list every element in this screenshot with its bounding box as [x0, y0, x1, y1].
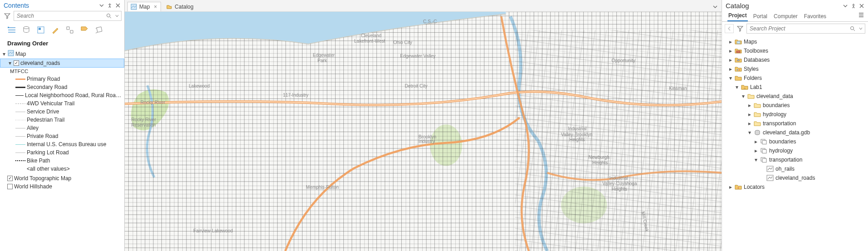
catalog-node-lab1[interactable]: ▾ Lab1 — [722, 83, 868, 92]
list-by-drawing-order-icon[interactable] — [5, 24, 18, 36]
search-dropdown-icon[interactable] — [113, 14, 121, 18]
catalog-node-boundaries-folder[interactable]: ▸ boundaries — [722, 101, 868, 110]
legend-item[interactable]: Parking Lot Road — [0, 148, 124, 157]
search-dropdown-icon[interactable] — [857, 27, 865, 30]
map-view[interactable]: Lakewood Rocky River Rocky River Reserva… — [125, 12, 722, 251]
pin-icon[interactable] — [850, 2, 857, 10]
close-icon[interactable] — [858, 2, 865, 10]
list-by-snapping-icon[interactable] — [63, 24, 76, 36]
list-by-source-icon[interactable] — [20, 24, 33, 36]
catalog-search-input[interactable] — [747, 25, 848, 33]
contents-search-input[interactable] — [14, 12, 105, 20]
node-label: Folders — [744, 74, 762, 82]
catalog-tab-project[interactable]: Project — [727, 11, 748, 21]
expand-icon[interactable]: ▸ — [728, 47, 733, 55]
app-root: Contents — [0, 0, 868, 251]
svg-text:Newburgh: Newburgh — [589, 155, 610, 160]
catalog-search-box — [746, 24, 865, 34]
catalog-node-cleveland-data[interactable]: ▾ cleveland_data — [722, 92, 868, 101]
expand-icon[interactable]: ▸ — [728, 65, 733, 73]
legend-item[interactable]: Secondary Road — [0, 83, 124, 91]
svg-point-44 — [739, 69, 740, 71]
catalog-node-cleveland-gdb[interactable]: ▾ cleveland_data.gdb — [722, 128, 868, 137]
collapse-icon[interactable]: ▾ — [741, 93, 746, 100]
svg-rect-53 — [767, 175, 773, 181]
layer-row-cleveland-roads[interactable]: ▾ cleveland_roads — [0, 59, 124, 68]
legend-item[interactable]: Primary Road — [0, 75, 124, 83]
collapse-icon[interactable]: ▾ — [747, 129, 752, 137]
list-by-perspective-icon[interactable] — [93, 24, 105, 36]
catalog-node-maps[interactable]: ▸ Maps — [722, 37, 868, 46]
node-label: boundaries — [769, 138, 796, 146]
list-by-labeling-icon[interactable] — [78, 24, 91, 36]
expand-icon[interactable]: ▸ — [728, 38, 733, 46]
legend-item[interactable]: Alley — [0, 124, 124, 132]
catalog-node-toolboxes[interactable]: ▸ Toolboxes — [722, 46, 868, 55]
map-group-row[interactable]: ▾ Map — [0, 49, 124, 59]
menu-icon[interactable] — [858, 12, 864, 21]
svg-text:C.S.-C: C.S.-C — [423, 19, 437, 24]
back-icon[interactable] — [725, 24, 734, 33]
catalog-tab-computer[interactable]: Computer — [773, 12, 799, 21]
catalog-tab-portal[interactable]: Portal — [752, 12, 768, 21]
legend-swatch — [15, 128, 25, 128]
catalog-node-oh-rails[interactable]: ▸ oh_rails — [722, 164, 868, 173]
chevron-down-icon[interactable] — [842, 2, 849, 10]
symbology-field-label: MTFCC — [0, 69, 124, 74]
catalog-icon — [166, 4, 172, 10]
node-label: hydrology — [763, 111, 786, 118]
search-icon[interactable] — [848, 26, 857, 31]
legend-item[interactable]: Private Road — [0, 132, 124, 140]
catalog-node-styles[interactable]: ▸ Styles — [722, 64, 868, 74]
close-icon[interactable] — [114, 2, 122, 9]
layer-visibility-checkbox[interactable] — [7, 184, 13, 189]
catalog-tab-favorites[interactable]: Favorites — [803, 12, 827, 21]
chevron-down-icon[interactable] — [98, 2, 105, 9]
filter-icon[interactable] — [3, 11, 12, 20]
legend-item[interactable]: Bike Path — [0, 157, 124, 165]
catalog-node-cleveland-roads[interactable]: ▸ cleveland_roads — [722, 173, 868, 182]
view-tab-catalog[interactable]: Catalog — [163, 2, 197, 11]
expand-icon[interactable]: ▸ — [754, 138, 758, 146]
expand-icon[interactable]: ▸ — [747, 120, 752, 128]
catalog-node-locators[interactable]: ▸ Locators — [722, 182, 868, 192]
layer-visibility-checkbox[interactable] — [14, 60, 19, 66]
layer-row-world-hillshade[interactable]: World Hillshade — [0, 182, 124, 191]
layer-visibility-checkbox[interactable] — [7, 176, 13, 181]
collapse-icon[interactable]: ▾ — [8, 61, 12, 65]
legend-item[interactable]: Internal U.S. Census Bureau use — [0, 140, 124, 148]
legend-label: Secondary Road — [27, 84, 67, 91]
collapse-icon[interactable]: ▾ — [754, 156, 758, 164]
list-by-selection-icon[interactable] — [34, 24, 47, 36]
legend-item[interactable]: 4WD Vehicular Trail — [0, 99, 124, 108]
search-icon[interactable] — [105, 13, 113, 19]
legend-all-other-values[interactable]: <all other values> — [0, 165, 124, 173]
catalog-node-folders[interactable]: ▾ Folders — [722, 74, 868, 83]
catalog-node-gdb-transportation[interactable]: ▾ transportation — [722, 155, 868, 164]
chevron-down-icon[interactable] — [712, 3, 719, 10]
legend-swatch — [15, 95, 24, 96]
catalog-node-transportation-folder[interactable]: ▸ transportation — [722, 119, 868, 128]
view-tab-map[interactable]: Map × — [127, 2, 161, 11]
catalog-node-databases[interactable]: ▸ Databases — [722, 55, 868, 64]
collapse-icon[interactable]: ▾ — [735, 84, 739, 91]
close-tab-icon[interactable]: × — [154, 4, 157, 10]
legend-item[interactable]: Local Neighborhood Road, Rural Road, Cit… — [0, 91, 124, 99]
expand-icon[interactable]: ▸ — [747, 102, 752, 109]
legend-item[interactable]: Service Drive — [0, 108, 124, 116]
expand-icon[interactable]: ▸ — [728, 183, 733, 191]
collapse-icon[interactable]: ▾ — [728, 74, 733, 82]
catalog-node-hydrology-folder[interactable]: ▸ hydrology — [722, 110, 868, 119]
expand-icon[interactable]: ▸ — [728, 56, 733, 64]
layer-row-world-topo[interactable]: World Topographic Map — [0, 173, 124, 182]
legend-item[interactable]: Pedestrian Trail — [0, 116, 124, 124]
filter-icon[interactable] — [736, 24, 745, 33]
list-by-editing-icon[interactable] — [49, 24, 62, 36]
pin-icon[interactable] — [106, 2, 113, 9]
catalog-node-gdb-boundaries[interactable]: ▸ boundaries — [722, 137, 868, 146]
expand-icon[interactable]: ▸ — [754, 147, 758, 155]
collapse-icon[interactable]: ▾ — [2, 52, 6, 56]
catalog-title: Catalog — [726, 2, 841, 10]
expand-icon[interactable]: ▸ — [747, 111, 752, 118]
catalog-node-gdb-hydrology[interactable]: ▸ hydrology — [722, 146, 868, 155]
